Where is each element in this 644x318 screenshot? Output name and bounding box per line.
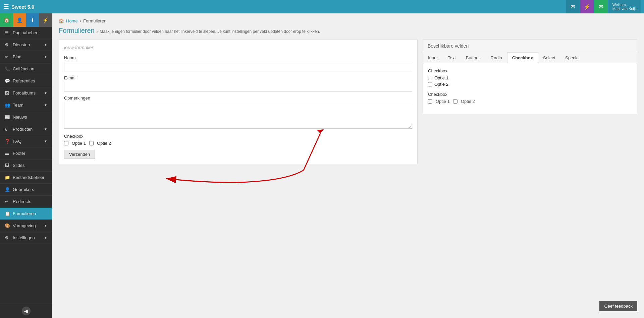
sidebar-item-paginabeheer[interactable]: ☰ Paginabeheer <box>0 27 52 39</box>
team-icon: 👥 <box>5 103 10 108</box>
sidebar-item-slides[interactable]: 🖼 Slides <box>0 160 52 172</box>
tab-special[interactable]: Special <box>560 52 585 63</box>
sidebar-label-blog: Blog <box>13 54 21 59</box>
field-checkbox-opt1-wrap: Optie 1 <box>428 75 632 80</box>
slides-icon: 🖼 <box>5 163 10 168</box>
breadcrumb-separator: › <box>80 18 81 23</box>
sidebar-item-nieuws[interactable]: 📰 Nieuws <box>0 111 52 123</box>
messages-button[interactable]: ✉ <box>566 0 580 13</box>
opmerkingen-field: Opmerkingen <box>64 96 412 130</box>
verzenden-button[interactable]: Verzenden <box>64 150 95 159</box>
sidebar-collapse-button[interactable]: ◀ <box>22 307 31 315</box>
feedback-button[interactable]: Geef feedback <box>599 301 637 311</box>
field-checkboxes-inline: Optie 1 Optie 2 <box>428 99 632 104</box>
footer-icon: ▬ <box>5 151 10 156</box>
menu-icon: ☰ <box>3 3 9 10</box>
breadcrumb: 🏠 Home › Formulieren <box>59 18 637 23</box>
formulieren-icon: 📋 <box>5 211 10 216</box>
sidebar-label-fotoalbums: Fotoalbums <box>13 90 36 96</box>
email-field: E-mail <box>64 75 412 91</box>
welcome-text: Welkom, Mark van Kuijk <box>608 0 641 13</box>
gebruikers-icon: 👤 <box>5 187 10 192</box>
tab-radio[interactable]: Radio <box>486 52 507 63</box>
checkbox-group-form: Optie 1 Optie 2 <box>64 141 412 146</box>
chevron-icon: ▼ <box>44 43 47 47</box>
field-item-title-2: Checkbox <box>428 92 632 97</box>
field-checkbox-1-opt2-label: Optie 2 <box>434 82 448 87</box>
field-item-checkbox-1[interactable]: Checkbox Optie 1 Optie 2 <box>428 68 632 87</box>
tab-buttons[interactable]: Buttons <box>461 52 486 63</box>
form-layout: jouw formulier Naam E-mail Opmerkingen C… <box>59 40 637 164</box>
form-checkbox-opt2[interactable] <box>89 141 94 145</box>
top-header: ☰ Sweet 5.0 ✉ ⚡ ✉ Welkom, Mark van Kuijk <box>0 0 644 13</box>
tab-checkbox[interactable]: Checkbox <box>507 52 538 63</box>
sidebar-icon-dark[interactable]: ⚡ <box>39 13 52 27</box>
form-checkbox-opt2-label: Optie 2 <box>97 141 111 146</box>
sidebar-item-blog[interactable]: ✏ Blog ▼ <box>0 51 52 63</box>
sidebar-item-gebruikers[interactable]: 👤 Gebruikers <box>0 184 52 196</box>
field-item-title-1: Checkbox <box>428 68 632 73</box>
page-subtitle: » Maak je eigen formulier door velden na… <box>96 29 320 34</box>
field-checkbox-2-opt1-label: Optie 1 <box>436 99 450 104</box>
sidebar-item-call2action[interactable]: 📞 Call2action <box>0 63 52 75</box>
email-input[interactable] <box>64 82 412 91</box>
sidebar-item-instellingen[interactable]: ⚙ Instellingen ▼ <box>0 232 52 244</box>
field-checkbox-1-opt1[interactable] <box>428 76 432 80</box>
sidebar-item-producten[interactable]: € Producten ▼ <box>0 123 52 135</box>
field-item-checkbox-2[interactable]: Checkbox Optie 1 Optie 2 <box>428 92 632 104</box>
sidebar-icon-orange[interactable]: 👤 <box>13 13 26 27</box>
blog-icon: ✏ <box>5 54 10 59</box>
form-checkbox-opt1[interactable] <box>64 141 68 145</box>
sidebar-label-instellingen: Instellingen <box>13 235 35 240</box>
tab-input[interactable]: Input <box>423 52 443 63</box>
sidebar-icon-blue[interactable]: ⬇ <box>26 13 39 27</box>
chevron-icon: ▼ <box>44 103 47 107</box>
sidebar-label-paginabeheer: Paginabeheer <box>13 30 40 35</box>
email-label: E-mail <box>64 75 412 80</box>
sidebar-item-fotoalbums[interactable]: 🖼 Fotoalbums ▼ <box>0 87 52 99</box>
sidebar-item-bestandsbeheer[interactable]: 📁 Bestandsbeheer <box>0 172 52 184</box>
sidebar-icon-green[interactable]: 🏠 <box>0 13 13 27</box>
sidebar-label-gebruikers: Gebruikers <box>13 187 34 192</box>
sidebar-item-redirects[interactable]: ↩ Redirects <box>0 196 52 208</box>
fields-panel-title: Beschikbare velden <box>423 40 637 52</box>
breadcrumb-current: Formulieren <box>83 18 106 23</box>
naam-input[interactable] <box>64 62 412 71</box>
field-checkbox-2-opt2[interactable] <box>453 99 458 104</box>
call2action-icon: 📞 <box>5 66 10 71</box>
checkbox-section-title: Checkbox <box>64 134 412 139</box>
tab-select[interactable]: Select <box>538 52 560 63</box>
sidebar-item-referenties[interactable]: 💬 Referenties <box>0 75 52 87</box>
field-checkbox-2-opt1[interactable] <box>428 99 432 104</box>
sidebar-label-diensten: Diensten <box>13 42 30 47</box>
sidebar-item-diensten[interactable]: ⚙ Diensten ▼ <box>0 39 52 51</box>
fields-tabs: Input Text Buttons Radio Checkbox Select… <box>423 52 637 63</box>
field-checkbox-1-opt2[interactable] <box>428 82 432 86</box>
instellingen-icon: ⚙ <box>5 235 10 240</box>
sidebar-label-faq: FAQ <box>13 139 21 144</box>
sidebar-label-formulieren: Formulieren <box>13 211 36 216</box>
breadcrumb-home-link[interactable]: Home <box>66 18 78 23</box>
form-checkbox-opt1-label: Optie 1 <box>72 141 86 146</box>
nieuws-icon: 📰 <box>5 115 10 120</box>
sidebar-item-vormgeving[interactable]: 🎨 Vormgeving ▼ <box>0 220 52 232</box>
app-title: Sweet 5.0 <box>11 4 34 10</box>
tab-text[interactable]: Text <box>443 52 461 63</box>
fotoalbums-icon: 🖼 <box>5 90 10 96</box>
sidebar: 🏠 👤 ⬇ ⚡ ☰ Paginabeheer ⚙ Diensten ▼ ✏ Bl… <box>0 13 52 318</box>
naam-label: Naam <box>64 55 412 60</box>
mail-button[interactable]: ✉ <box>594 0 608 13</box>
referenties-icon: 💬 <box>5 78 10 83</box>
opmerkingen-textarea[interactable] <box>64 102 412 129</box>
sidebar-item-formulieren[interactable]: 📋 Formulieren ◀ <box>0 208 52 220</box>
sidebar-label-nieuws: Nieuws <box>13 115 27 120</box>
chevron-icon: ▼ <box>44 224 47 228</box>
sidebar-item-team[interactable]: 👥 Team ▼ <box>0 99 52 111</box>
sidebar-item-footer[interactable]: ▬ Footer <box>0 147 52 160</box>
sidebar-item-faq[interactable]: ❓ FAQ ▼ <box>0 135 52 147</box>
super-button[interactable]: ⚡ <box>580 0 594 13</box>
main-layout: 🏠 👤 ⬇ ⚡ ☰ Paginabeheer ⚙ Diensten ▼ ✏ Bl… <box>0 13 644 318</box>
redirects-icon: ↩ <box>5 199 10 204</box>
sidebar-label-call2action: Call2action <box>13 66 34 71</box>
faq-icon: ❓ <box>5 139 10 144</box>
